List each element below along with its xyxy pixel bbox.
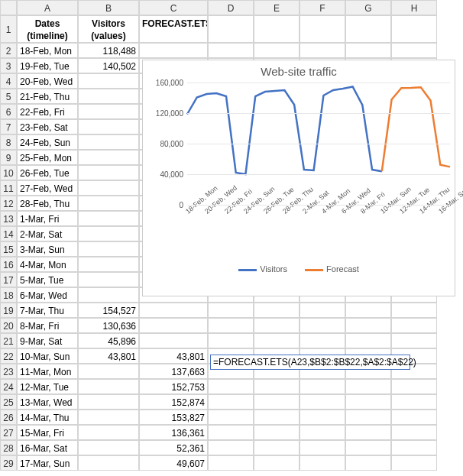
data-cell[interactable] — [254, 43, 299, 58]
data-cell[interactable] — [391, 394, 437, 410]
header-cell[interactable]: 24 — [0, 379, 17, 394]
data-cell[interactable] — [254, 15, 299, 43]
header-cell[interactable] — [0, 0, 17, 15]
data-cell[interactable] — [78, 134, 139, 150]
data-cell[interactable]: 14-Mar, Thu — [17, 410, 78, 425]
data-cell[interactable] — [208, 43, 254, 58]
data-cell[interactable] — [78, 89, 139, 104]
data-cell[interactable] — [391, 333, 437, 348]
header-cell[interactable]: 15 — [0, 241, 17, 257]
data-cell[interactable]: 154,527 — [78, 303, 139, 318]
header-cell[interactable]: 1 — [0, 15, 17, 43]
data-cell[interactable] — [254, 333, 299, 348]
data-cell[interactable] — [345, 43, 391, 58]
header-cell[interactable]: 2 — [0, 43, 17, 58]
header-cell[interactable]: 5 — [0, 89, 17, 104]
header-cell[interactable]: G — [345, 0, 391, 15]
header-cell[interactable]: F — [299, 0, 345, 15]
data-cell[interactable] — [299, 43, 345, 58]
data-cell[interactable] — [345, 455, 391, 471]
header-cell[interactable]: B — [78, 0, 139, 15]
header-cell[interactable]: 6 — [0, 104, 17, 119]
data-cell[interactable] — [254, 440, 299, 455]
data-cell[interactable]: 22-Feb, Fri — [17, 104, 78, 119]
data-cell[interactable] — [345, 333, 391, 348]
data-cell[interactable] — [345, 410, 391, 425]
data-cell[interactable] — [78, 196, 139, 211]
header-cell[interactable]: 18 — [0, 287, 17, 303]
data-cell[interactable] — [78, 440, 139, 455]
data-cell[interactable]: 153,827 — [139, 410, 208, 425]
data-cell[interactable] — [78, 287, 139, 303]
data-cell[interactable] — [78, 226, 139, 241]
data-cell[interactable]: 13-Mar, Wed — [17, 394, 78, 410]
data-cell[interactable]: 19-Feb, Tue — [17, 58, 78, 73]
data-cell[interactable]: 20-Feb, Wed — [17, 73, 78, 89]
data-cell[interactable] — [78, 73, 139, 89]
header-cell[interactable]: 3 — [0, 58, 17, 73]
data-cell[interactable] — [299, 379, 345, 394]
header-cell[interactable]: 28 — [0, 440, 17, 455]
data-cell[interactable] — [254, 410, 299, 425]
data-cell[interactable]: 8-Mar, Fri — [17, 318, 78, 333]
header-cell[interactable]: 9 — [0, 150, 17, 165]
data-cell[interactable] — [78, 119, 139, 134]
data-cell[interactable]: 6-Mar, Wed — [17, 287, 78, 303]
data-cell[interactable]: 1-Mar, Fri — [17, 211, 78, 226]
data-cell[interactable] — [391, 303, 437, 318]
header-cell[interactable]: 11 — [0, 180, 17, 196]
header-cell[interactable]: 23 — [0, 364, 17, 379]
data-cell[interactable]: 130,636 — [78, 318, 139, 333]
data-cell[interactable] — [254, 394, 299, 410]
data-cell[interactable] — [208, 455, 254, 471]
data-cell[interactable] — [391, 455, 437, 471]
header-cell[interactable]: 7 — [0, 119, 17, 134]
data-cell[interactable]: 152,753 — [139, 379, 208, 394]
data-cell[interactable] — [78, 394, 139, 410]
embedded-chart[interactable]: Web-site traffic 040,00080,000120,000160… — [142, 60, 455, 296]
data-cell[interactable]: 45,896 — [78, 333, 139, 348]
header-cell[interactable]: E — [254, 0, 299, 15]
data-cell[interactable]: 5-Mar, Tue — [17, 272, 78, 287]
header-cell[interactable]: 26 — [0, 410, 17, 425]
data-cell[interactable]: 28-Feb, Thu — [17, 196, 78, 211]
data-cell[interactable] — [139, 303, 208, 318]
data-cell[interactable] — [254, 303, 299, 318]
data-cell[interactable]: 27-Feb, Wed — [17, 180, 78, 196]
header-cell[interactable]: 29 — [0, 455, 17, 471]
header-cell[interactable]: 22 — [0, 348, 17, 364]
data-cell[interactable] — [299, 394, 345, 410]
data-cell[interactable] — [345, 379, 391, 394]
data-cell[interactable]: 118,488 — [78, 43, 139, 58]
data-cell[interactable] — [299, 333, 345, 348]
data-cell[interactable]: 25-Feb, Mon — [17, 150, 78, 165]
data-cell[interactable]: 21-Feb, Thu — [17, 89, 78, 104]
header-cell[interactable]: 21 — [0, 333, 17, 348]
data-cell[interactable]: 12-Mar, Tue — [17, 379, 78, 394]
header-cell[interactable]: 14 — [0, 226, 17, 241]
data-cell[interactable] — [78, 104, 139, 119]
data-cell[interactable] — [208, 394, 254, 410]
data-cell[interactable] — [208, 440, 254, 455]
data-cell[interactable] — [254, 318, 299, 333]
data-cell[interactable] — [78, 379, 139, 394]
header-cell[interactable]: 27 — [0, 425, 17, 440]
data-cell[interactable] — [208, 318, 254, 333]
data-cell[interactable]: 7-Mar, Thu — [17, 303, 78, 318]
data-cell[interactable]: 152,874 — [139, 394, 208, 410]
data-cell[interactable] — [78, 165, 139, 180]
data-cell[interactable]: 52,361 — [139, 440, 208, 455]
data-cell[interactable] — [208, 15, 254, 43]
data-cell[interactable] — [299, 318, 345, 333]
data-cell[interactable] — [345, 425, 391, 440]
formula-overlay[interactable]: =FORECAST.ETS(A23,$B$2:$B$22,$A$2:$A$22) — [210, 355, 410, 370]
header-cell[interactable]: FORECAST.ETS — [139, 15, 208, 43]
data-cell[interactable] — [78, 241, 139, 257]
data-cell[interactable] — [78, 257, 139, 272]
data-cell[interactable]: 24-Feb, Sun — [17, 134, 78, 150]
data-cell[interactable] — [78, 425, 139, 440]
data-cell[interactable]: 3-Mar, Sun — [17, 241, 78, 257]
data-cell[interactable] — [299, 425, 345, 440]
header-cell[interactable]: A — [17, 0, 78, 15]
data-cell[interactable] — [391, 425, 437, 440]
